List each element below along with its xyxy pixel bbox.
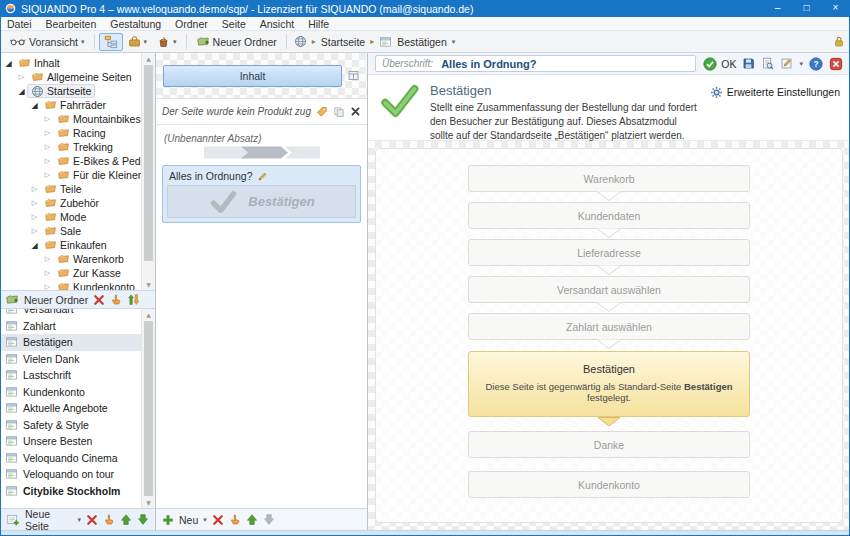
- expand-icon[interactable]: ▷: [29, 227, 40, 235]
- new-folder-button[interactable]: Neuer Ordner: [191, 33, 282, 50]
- expand-icon[interactable]: ▷: [42, 269, 53, 277]
- delete-icon[interactable]: [86, 514, 98, 526]
- page-item-veloquando-cinema[interactable]: Veloquando Cinema: [0, 450, 155, 467]
- tree-item-fahrraeder[interactable]: ◢Fahrräder: [0, 98, 140, 112]
- plus-icon[interactable]: [162, 514, 174, 526]
- menu-seite[interactable]: Seite: [215, 17, 253, 31]
- delete-icon[interactable]: [212, 514, 224, 526]
- menu-ordner[interactable]: Ordner: [168, 17, 215, 31]
- help-icon[interactable]: ?: [809, 57, 823, 71]
- page-item-kundenkonto[interactable]: Kundenkonto: [0, 384, 155, 401]
- tree-item-einkaufen[interactable]: ◢Einkaufen: [0, 238, 140, 252]
- pencil-icon[interactable]: [257, 171, 268, 182]
- move-down-icon[interactable]: [263, 513, 275, 526]
- menu-ansicht[interactable]: Ansicht: [253, 17, 301, 31]
- move-up-icon[interactable]: [120, 513, 132, 526]
- collapse-icon[interactable]: ◢: [3, 59, 14, 68]
- tag-icon[interactable]: [316, 106, 328, 118]
- edit-icon[interactable]: [780, 57, 793, 70]
- page-item-aktuelle-angebote[interactable]: Aktuelle Angebote: [0, 400, 155, 417]
- scroll-up-icon[interactable]: ▲: [142, 53, 155, 64]
- maximize-button[interactable]: □: [792, 0, 821, 17]
- close-button[interactable]: ×: [821, 0, 850, 17]
- preview-doc-icon[interactable]: [761, 57, 774, 70]
- hand-icon[interactable]: [229, 513, 241, 526]
- close-panel-icon[interactable]: [829, 57, 843, 71]
- scroll-down-icon[interactable]: ▼: [142, 497, 155, 508]
- heading-input[interactable]: Überschrift: Alles in Ordnung?: [375, 55, 696, 72]
- expand-icon[interactable]: ▷: [42, 255, 53, 263]
- tree-scrollbar[interactable]: ▲▼: [141, 53, 155, 290]
- expand-icon[interactable]: ▷: [42, 143, 53, 151]
- tree-view-button[interactable]: [99, 33, 123, 51]
- tree-item-teile[interactable]: ▷Teile: [0, 182, 140, 196]
- lock-icon[interactable]: [833, 35, 845, 48]
- tree-item-zur-kasse[interactable]: ▷Zur Kasse: [0, 266, 140, 280]
- expand-icon[interactable]: ▷: [42, 157, 53, 165]
- inhalt-section-button[interactable]: Inhalt: [163, 65, 342, 87]
- tree-item-kundenkonto[interactable]: ▷Kundenkonto: [0, 280, 140, 290]
- expand-icon[interactable]: ▷: [29, 185, 40, 193]
- hand-icon[interactable]: [103, 513, 115, 526]
- advanced-settings-button[interactable]: Erweiterte Einstellungen: [710, 82, 840, 133]
- expand-icon[interactable]: ▷: [42, 115, 53, 123]
- page-item-veloquando-on-tour[interactable]: Veloquando on tour: [0, 466, 155, 483]
- expand-icon[interactable]: ▷: [42, 171, 53, 179]
- ok-icon[interactable]: [703, 57, 717, 71]
- page-item-safety-style[interactable]: Safety & Style: [0, 417, 155, 434]
- sort-icon[interactable]: [127, 293, 140, 306]
- new-page-label[interactable]: Neue Seite: [25, 508, 72, 532]
- tree-item-startseite[interactable]: ◢Startseite: [0, 84, 140, 98]
- menu-datei[interactable]: Datei: [0, 17, 39, 31]
- page-item-zahlart[interactable]: Zahlart: [0, 318, 155, 335]
- page-item-citybike-stockholm[interactable]: Citybike Stockholm: [0, 483, 155, 500]
- menu-gestaltung[interactable]: Gestaltung: [103, 17, 168, 31]
- page-item-bestaetigen[interactable]: Bestätigen: [0, 334, 155, 351]
- page-item-lastschrift[interactable]: Lastschrift: [0, 367, 155, 384]
- tree-item-inhalt[interactable]: ◢Inhalt: [0, 56, 140, 70]
- globe-icon[interactable]: [294, 35, 307, 48]
- new-module-label[interactable]: Neu: [179, 514, 198, 526]
- copy-icon[interactable]: [333, 106, 345, 118]
- expand-icon[interactable]: ▷: [29, 199, 40, 207]
- expand-icon[interactable]: ▷: [29, 213, 40, 221]
- move-down-icon[interactable]: [137, 513, 149, 526]
- breadcrumb-startseite[interactable]: Startseite: [321, 36, 365, 48]
- tree-item-warenkorb[interactable]: ▷Warenkorb: [0, 252, 140, 266]
- tree-item-allgemeine-seiten[interactable]: ▷Allgemeine Seiten: [0, 70, 140, 84]
- collapse-icon[interactable]: ◢: [29, 241, 40, 250]
- breadcrumb-bestaetigen[interactable]: Bestätigen: [397, 36, 447, 48]
- scrollbar-thumb[interactable]: [144, 65, 153, 261]
- page-plus-icon[interactable]: [6, 513, 20, 526]
- tree-item-sale[interactable]: ▷Sale: [0, 224, 140, 238]
- page-item-vielen-dank[interactable]: Vielen Dank: [0, 351, 155, 368]
- expand-icon[interactable]: ▷: [16, 73, 27, 81]
- collapse-icon[interactable]: ◢: [29, 101, 40, 110]
- delete-icon[interactable]: [93, 294, 105, 306]
- tree-item-racing[interactable]: ▷Racing: [0, 126, 140, 140]
- page-item-unsere-besten[interactable]: Unsere Besten: [0, 433, 155, 450]
- scrollbar-thumb[interactable]: [144, 321, 153, 496]
- style-button[interactable]: ▾: [152, 33, 182, 50]
- hand-icon[interactable]: [110, 293, 122, 306]
- remove-icon[interactable]: [350, 106, 361, 117]
- preview-button[interactable]: Voransicht ▾: [5, 34, 90, 50]
- layout-grid-icon[interactable]: [347, 69, 360, 82]
- tree-item-mode[interactable]: ▷Mode: [0, 210, 140, 224]
- tree-item-mountainbikes[interactable]: ▷Mountainbikes: [0, 112, 140, 126]
- module-block[interactable]: Alles in Ordnung? Bestätigen: [162, 165, 361, 223]
- ok-label[interactable]: OK: [721, 58, 736, 70]
- tree-item-zubehoer[interactable]: ▷Zubehör: [0, 196, 140, 210]
- tree-item-e-bikes-pedelecs[interactable]: ▷E-Bikes & Pedelecs: [0, 154, 140, 168]
- folder-plus-icon[interactable]: [5, 293, 19, 306]
- save-icon[interactable]: [742, 57, 755, 70]
- expand-icon[interactable]: ▷: [42, 129, 53, 137]
- menu-bearbeiten[interactable]: Bearbeiten: [39, 17, 104, 31]
- scroll-down-icon[interactable]: ▼: [142, 279, 155, 290]
- design-button[interactable]: ▾: [123, 33, 153, 50]
- chevron-down-icon[interactable]: ▾: [799, 60, 803, 68]
- collapse-icon[interactable]: ◢: [16, 87, 27, 96]
- tree-item-trekking[interactable]: ▷Trekking: [0, 140, 140, 154]
- expand-icon[interactable]: ▷: [42, 283, 53, 290]
- new-folder-label[interactable]: Neuer Ordner: [24, 294, 88, 306]
